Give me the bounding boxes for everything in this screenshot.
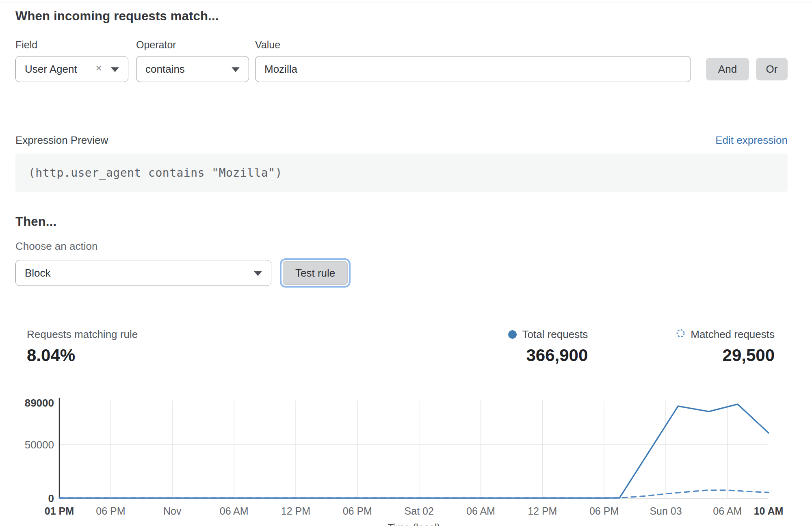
field-select-value: User Agent [25,63,77,76]
rule-stats-row: Requests matching rule 8.04% Total reque… [15,328,788,365]
and-button[interactable]: And [706,58,749,80]
firewall-rule-builder-page: When incoming requests match... Field Op… [0,0,812,526]
matched-requests-label: Matched requests [691,328,775,341]
field-label: Field [15,39,136,51]
matched-requests-dashed-circle-icon [676,328,685,341]
svg-text:Nov: Nov [163,505,182,517]
operator-label: Operator [136,39,255,51]
edit-expression-link[interactable]: Edit expression [715,134,788,147]
clear-icon[interactable]: × [95,63,102,74]
match-heading: When incoming requests match... [15,9,788,24]
svg-text:89000: 89000 [25,397,54,409]
operator-select-value: contains [145,63,185,76]
total-requests-label: Total requests [522,328,588,341]
expression-preview-label: Expression Preview [15,134,108,147]
expression-preview-header: Expression Preview Edit expression [15,134,788,147]
svg-text:06 PM: 06 PM [96,505,125,517]
then-heading: Then... [15,214,788,229]
field-select[interactable]: User Agent × [15,56,128,82]
chevron-down-icon [232,67,240,72]
svg-text:50000: 50000 [25,439,54,451]
value-label: Value [255,39,788,51]
or-button[interactable]: Or [756,58,788,80]
svg-text:06 AM: 06 AM [466,505,495,517]
expression-code: (http.user_agent contains "Mozilla") [28,166,282,180]
action-select[interactable]: Block [15,260,271,286]
total-requests-dot-icon [508,330,517,339]
test-rule-button[interactable]: Test rule [283,261,348,285]
matched-requests-value: 29,500 [676,346,775,365]
total-requests-stat: Total requests 366,900 [508,328,588,365]
svg-text:12 PM: 12 PM [528,505,557,517]
svg-text:06 AM: 06 AM [220,505,249,517]
action-row: Block Test rule [15,260,788,286]
expression-code-block: (http.user_agent contains "Mozilla") [15,154,788,192]
svg-text:01 PM: 01 PM [45,505,74,517]
svg-text:12 PM: 12 PM [281,505,310,517]
matching-rule-label: Requests matching rule [27,328,138,341]
svg-text:10 AM: 10 AM [754,505,784,517]
matching-rule-stat: Requests matching rule 8.04% [27,328,138,365]
svg-text:Sun 03: Sun 03 [650,505,682,517]
top-divider [0,2,812,2]
svg-text:06 PM: 06 PM [589,505,619,517]
svg-text:Sat 02: Sat 02 [405,505,434,517]
chevron-down-icon [111,67,119,72]
requests-line-chart: 8900050000001 PM06 PMNov06 AM12 PM06 PMS… [0,389,812,526]
criteria-inputs-row: User Agent × contains And Or [15,56,788,82]
choose-action-label: Choose an action [15,240,788,253]
requests-chart: 8900050000001 PM06 PMNov06 AM12 PM06 PMS… [0,389,812,526]
svg-text:06 AM: 06 AM [713,505,742,517]
svg-text:06 PM: 06 PM [343,505,372,517]
operator-select[interactable]: contains [136,56,249,82]
total-requests-value: 366,900 [508,346,588,365]
criteria-labels-row: Field Operator Value [15,39,788,51]
svg-text:Time (local): Time (local) [388,522,440,526]
value-input[interactable] [255,56,691,82]
matching-rule-value: 8.04% [27,346,138,365]
svg-text:0: 0 [48,492,54,504]
chevron-down-icon [254,271,262,276]
action-select-value: Block [25,267,51,279]
matched-requests-stat: Matched requests 29,500 [676,328,775,365]
